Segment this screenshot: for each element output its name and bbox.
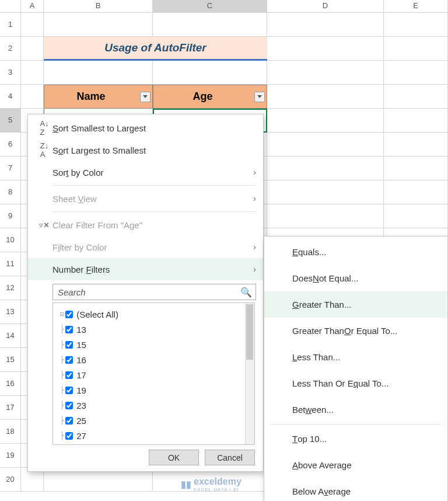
- col-header-C[interactable]: C: [153, 0, 267, 12]
- check-label: 15: [76, 340, 86, 350]
- row-header-4[interactable]: 4: [0, 85, 20, 109]
- col-header-D[interactable]: D: [267, 0, 384, 12]
- row-header-2[interactable]: 2: [0, 37, 20, 61]
- menu-greater-than[interactable]: Greater Than...: [264, 291, 447, 318]
- scrollbar-thumb[interactable]: [246, 304, 253, 360]
- menu-sort-by-color[interactable]: Sort by Color ›: [28, 161, 263, 183]
- checkbox-select-all[interactable]: [65, 311, 73, 318]
- menu-above-average[interactable]: Above Average: [264, 452, 447, 478]
- filter-dropdown-name[interactable]: [140, 92, 150, 102]
- watermark-brand: exceldemy: [194, 476, 242, 486]
- menu-less-equal[interactable]: Less Than Or Equal To...: [264, 370, 447, 396]
- menu-less-than[interactable]: Less Than...: [264, 344, 447, 370]
- funnel-clear-icon: ▿✕: [36, 221, 52, 229]
- checkbox[interactable]: [65, 326, 73, 333]
- check-item[interactable]: ├13: [60, 322, 254, 337]
- search-icon: 🔍: [240, 287, 252, 298]
- menu-clear-filter: ▿✕ Clear Filter From "Age": [28, 214, 263, 236]
- menu-below-average[interactable]: Below Average: [264, 478, 447, 501]
- header-name-label: Name: [76, 91, 105, 103]
- checkbox[interactable]: [65, 432, 73, 440]
- menu-equals[interactable]: Equals...: [264, 239, 447, 265]
- cancel-button[interactable]: Cancel: [205, 450, 255, 465]
- check-label: 13: [76, 325, 86, 335]
- sort-color-label: Sort by Color: [52, 168, 104, 178]
- sort-desc-label: Sort Largest to Smallest: [52, 145, 146, 155]
- col-header-B[interactable]: B: [44, 0, 153, 12]
- col-header-A[interactable]: A: [21, 0, 44, 12]
- row-header-11[interactable]: 11: [0, 252, 20, 276]
- checkbox[interactable]: [65, 341, 73, 349]
- menu-number-filters[interactable]: Number Filters ›: [28, 258, 263, 280]
- check-item[interactable]: ├23: [60, 398, 254, 413]
- row-header-8[interactable]: 8: [0, 180, 20, 204]
- filter-dropdown-age[interactable]: [254, 92, 265, 102]
- checkbox[interactable]: [65, 371, 73, 379]
- check-item[interactable]: ├16: [60, 352, 254, 367]
- row-header-17[interactable]: 17: [0, 396, 20, 420]
- menu-not-equal[interactable]: Does Not Equal...: [264, 265, 447, 291]
- checkbox[interactable]: [65, 387, 73, 394]
- checkbox[interactable]: [65, 356, 73, 364]
- check-select-all[interactable]: ⊟(Select All): [60, 307, 254, 322]
- column-header-age[interactable]: Age: [153, 85, 267, 109]
- check-item[interactable]: ├25: [60, 413, 254, 428]
- checkbox[interactable]: [65, 402, 73, 409]
- row-header-18[interactable]: 18: [0, 420, 20, 444]
- watermark-icon: ▮▮: [181, 479, 191, 490]
- row-header-5[interactable]: 5: [0, 109, 20, 133]
- row-header-7[interactable]: 7: [0, 156, 20, 180]
- check-label: 19: [76, 385, 86, 395]
- row-header-1[interactable]: 1: [0, 13, 20, 37]
- check-label: 23: [76, 401, 86, 410]
- row-header-6[interactable]: 6: [0, 133, 20, 156]
- filter-color-label: Filter by Color: [52, 242, 107, 252]
- menu-top-10[interactable]: Top 10...: [264, 426, 447, 452]
- filter-search-input[interactable]: Search 🔍: [52, 284, 256, 300]
- scrollbar[interactable]: [245, 303, 254, 444]
- menu-filter-by-color: Filter by Color ›: [28, 236, 263, 258]
- check-label: 25: [76, 416, 86, 426]
- chevron-right-icon: ›: [253, 168, 256, 177]
- row-header-13[interactable]: 13: [0, 300, 20, 324]
- watermark-logo: ▮▮ exceldemy EXCEL DATA • BI: [181, 476, 242, 492]
- menu-between[interactable]: Between...: [264, 396, 447, 423]
- check-item[interactable]: ├17: [60, 367, 254, 382]
- row-header-16[interactable]: 16: [0, 372, 20, 396]
- check-label: 17: [76, 370, 86, 380]
- menu-greater-equal[interactable]: Greater Than Or Equal To...: [264, 318, 447, 344]
- header-age-label: Age: [192, 91, 212, 103]
- checkbox[interactable]: [65, 417, 73, 425]
- ok-button[interactable]: OK: [149, 450, 199, 465]
- chevron-right-icon: ›: [253, 242, 256, 252]
- col-header-E[interactable]: E: [384, 0, 448, 12]
- row-number-gutter: 1 2 3 4 5 6 7 8 9 10 11 12 13 14 15 16 1…: [0, 13, 21, 492]
- menu-sort-desc[interactable]: Z↓A Sort Largest to Smallest: [28, 139, 263, 161]
- check-label: 16: [76, 355, 86, 365]
- sort-desc-icon: Z↓A: [36, 141, 52, 159]
- number-filters-label: Number Filters: [52, 265, 110, 274]
- sort-asc-label: Sort Smallest to Largest: [52, 123, 146, 133]
- column-header-row: A B C D E: [0, 0, 448, 13]
- row-header-14[interactable]: 14: [0, 324, 20, 348]
- row-header-10[interactable]: 10: [0, 228, 20, 252]
- select-all-cell[interactable]: [0, 0, 21, 12]
- row-header-9[interactable]: 9: [0, 204, 20, 228]
- row-header-20[interactable]: 20: [0, 468, 20, 492]
- watermark-tag: EXCEL DATA • BI: [194, 487, 242, 492]
- number-filters-submenu: Equals... Does Not Equal... Greater Than…: [264, 236, 448, 501]
- row-header-3[interactable]: 3: [0, 61, 20, 85]
- chevron-right-icon: ›: [253, 194, 256, 203]
- filter-values-list[interactable]: ⊟(Select All) ├13 ├15 ├16 ├17 ├19 ├23 ├2…: [52, 302, 255, 445]
- menu-sort-asc[interactable]: A↓Z Sort Smallest to Largest: [28, 117, 263, 139]
- row-header-19[interactable]: 19: [0, 444, 20, 468]
- check-item[interactable]: ├19: [60, 382, 254, 398]
- menu-sheet-view: Sheet View ›: [28, 187, 263, 210]
- check-item[interactable]: ├15: [60, 337, 254, 352]
- search-placeholder: Search: [58, 287, 86, 297]
- column-header-name[interactable]: Name: [44, 85, 153, 109]
- clear-filter-label: Clear Filter From "Age": [52, 220, 142, 230]
- row-header-15[interactable]: 15: [0, 348, 20, 372]
- check-item[interactable]: ├27: [60, 428, 254, 443]
- row-header-12[interactable]: 12: [0, 276, 20, 300]
